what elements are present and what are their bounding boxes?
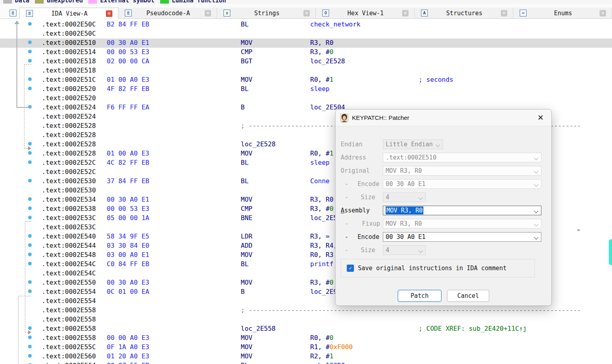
encode-original-combobox[interactable]: 00 30 A0 E1	[383, 179, 541, 189]
view-tab[interactable]: A Structures ✕	[415, 8, 513, 18]
tab-label: Structures	[428, 10, 501, 17]
address: .text:0002E528	[42, 131, 96, 139]
listing-row[interactable]: .text:0002E51C 01 00 A0 E3 MOV R0, #1 ; …	[0, 75, 612, 85]
selected-text: MOV R3, R0	[386, 206, 423, 214]
fixup-combobox[interactable]: MOV R3, R0	[383, 219, 541, 229]
tab-close-icon[interactable]: ✕	[402, 10, 409, 16]
view-tab[interactable]: ≣ IDA View-A ✕	[19, 8, 118, 19]
tab-icon: ≔	[520, 10, 527, 16]
listing-row[interactable]: .text:0002E518	[0, 66, 612, 75]
opcode-bytes: 00 00 53 E3	[107, 205, 149, 212]
address: .text:0002E558	[42, 334, 96, 342]
operands: R0, #1	[310, 76, 333, 83]
mnemonic: BL	[241, 177, 248, 185]
address: .text:0002E554	[42, 288, 96, 295]
address: .text:0002E53C	[42, 223, 96, 231]
mnemonic: LDR	[241, 233, 252, 240]
mnemonic: BL	[241, 362, 248, 364]
operands: sleep	[310, 159, 329, 166]
dialog-titlebar[interactable]: KEYPATCH:: Patcher ✕	[335, 109, 551, 126]
legend-label: External symbol	[100, 0, 154, 4]
operands: R3, #0	[310, 279, 333, 286]
mnemonic: BL	[241, 20, 248, 28]
dialog-close-icon[interactable]: ✕	[536, 113, 545, 122]
fixup-label: Fixup	[362, 220, 380, 227]
listing-row[interactable]: .text:0002E50C B2 84 FF EB BL check_netw…	[0, 20, 612, 29]
listing-row[interactable]: .text:0002E564 00 07 55 EB BL sub_103D0	[0, 361, 612, 364]
opcode-bytes: 00 30 A0 E1	[107, 39, 149, 47]
view-tab[interactable]: O Hex View-1 ✕	[316, 8, 415, 18]
opcode-bytes: 02 00 00 CA	[107, 57, 149, 65]
view-tab[interactable]: ≣ Pseudocode-A ✕	[118, 8, 217, 18]
panel-icon[interactable]: ≣	[0, 8, 19, 18]
listing-row[interactable]: .text:0002E558 00 00 A0 E3 MOV R0, #0	[0, 334, 612, 343]
save-original-checkbox[interactable]: ✓	[347, 265, 354, 272]
original-label: Original	[341, 167, 370, 174]
branch-arrow2-head	[28, 330, 31, 334]
jump-arrow-down-line	[18, 296, 18, 364]
code-marker-dot	[28, 206, 32, 210]
code-marker-dot	[28, 326, 32, 330]
mnemonic: B	[241, 103, 245, 111]
save-original-checkbox-label[interactable]: Save original instructions in IDA commen…	[358, 265, 506, 272]
tab-close-icon[interactable]: ✕	[205, 10, 211, 16]
mnemonic: MOV	[241, 334, 252, 342]
chevron-down-icon	[418, 248, 423, 253]
chevron-down-icon	[534, 208, 538, 213]
mnemonic: MOV	[241, 150, 252, 157]
listing-row[interactable]: .text:0002E558	[0, 315, 612, 324]
listing-row[interactable]: .text:0002E50C	[0, 29, 612, 38]
listing-row[interactable]: .text:0002E510 00 30 A0 E1 MOV R3, R0	[0, 38, 612, 48]
mnemonic: MOV	[241, 76, 252, 83]
opcode-bytes: 0C 01 00 EA	[107, 288, 149, 295]
tab-close-icon[interactable]: ✕	[501, 10, 507, 16]
document-icon: ≣	[10, 10, 16, 16]
listing-row[interactable]: .text:0002E560 01 20 A0 E3 MOV R2, #1	[0, 352, 612, 361]
legend-color-swatch	[88, 0, 97, 4]
code-marker-dot	[28, 50, 32, 53]
opcode-bytes: 00 07 55 EB	[107, 362, 149, 364]
operands: R3, =	[310, 233, 329, 240]
listing-row[interactable]: .text:0002E55C 0F 1A A0 E3 MOV R1, #0xF0…	[0, 343, 612, 352]
chevron-down-icon	[534, 156, 538, 160]
operands: R2, #1	[310, 352, 333, 360]
encode-new-label: Encode	[358, 233, 379, 241]
listing-row[interactable]: .text:0002E514 00 00 53 E3 CMP R3, #0	[0, 48, 612, 57]
size-new-select[interactable]: 4	[383, 245, 426, 255]
address: .text:0002E554	[42, 297, 96, 305]
listing-row[interactable]: .text:0002E518 02 00 00 CA BGT loc_2E528	[0, 57, 612, 66]
mnemonic: MOV	[241, 343, 252, 351]
address: .text:0002E558	[42, 325, 96, 332]
listing-row[interactable]: .text:0002E520	[0, 94, 612, 103]
opcode-bytes: 4F 82 FF EB	[107, 85, 149, 93]
address: .text:0002E50C	[42, 20, 96, 28]
view-tab[interactable]: s Strings ✕	[217, 8, 316, 18]
code-marker-dot	[28, 262, 32, 265]
code-marker-dot	[28, 336, 32, 339]
opcode-bytes: 01 00 A0 E3	[107, 76, 149, 83]
size-original-select[interactable]: 4	[383, 192, 426, 202]
listing-row[interactable]: .text:0002E558 loc_2E558 ; CODE XREF: su…	[0, 324, 612, 334]
encode-new-combobox[interactable]: 00 30 A0 E1	[383, 232, 541, 242]
operands: loc_2E528	[310, 57, 345, 65]
original-combobox[interactable]: MOV R3, R0	[383, 166, 541, 176]
cancel-button[interactable]: Cancel	[447, 290, 489, 302]
address-combobox[interactable]: .text:0002E510	[383, 153, 541, 162]
patch-button[interactable]: Patch	[398, 290, 441, 302]
assembly-input[interactable]: MOV R3, R0	[383, 206, 541, 215]
code-marker-dot	[28, 197, 32, 201]
listing-row[interactable]: .text:0002E520 4F 82 FF EB BL sleep	[0, 85, 612, 94]
view-tab[interactable]: ≔ Enums ✕	[513, 8, 612, 18]
listing-row[interactable]: .text:0002E558 ; -----------------------…	[0, 306, 612, 315]
tab-label: Hex View-1	[329, 10, 402, 17]
tab-close-icon[interactable]: ✕	[303, 10, 310, 16]
chevron-down-icon	[534, 222, 538, 226]
legend-color-swatch	[35, 0, 44, 4]
address: .text:0002E534	[42, 196, 96, 203]
tab-close-icon[interactable]: ✕	[600, 10, 606, 16]
tab-close-icon[interactable]: ✕	[106, 10, 112, 17]
operands: sleep	[310, 85, 329, 93]
operands: printf	[310, 260, 333, 268]
endian-select[interactable]: Little Endian	[383, 140, 443, 149]
edge-accent-handle[interactable]	[609, 239, 612, 265]
